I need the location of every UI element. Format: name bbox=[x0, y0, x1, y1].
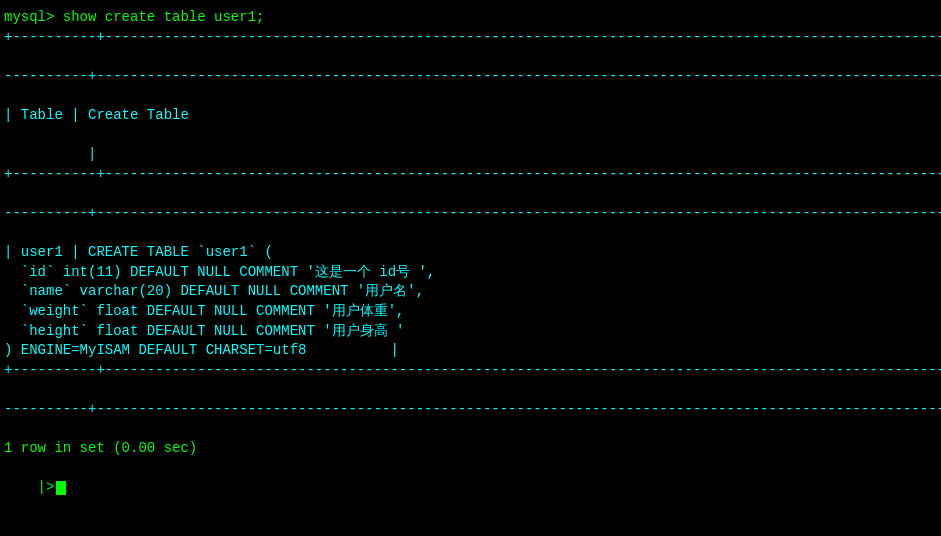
mysql-prompt: mysql> bbox=[4, 9, 63, 25]
command-text: show create table user1; bbox=[63, 9, 265, 25]
data-row-4: `weight` float DEFAULT NULL COMMENT '用户体… bbox=[4, 302, 937, 322]
terminal-window: mysql> show create table user1; +-------… bbox=[0, 0, 941, 536]
divider-6: ----------+-----------------------------… bbox=[4, 400, 937, 420]
divider-4: ----------+-----------------------------… bbox=[4, 204, 937, 224]
data-row-6: ) ENGINE=MyISAM DEFAULT CHARSET=utf8 | bbox=[4, 341, 937, 361]
empty-1 bbox=[4, 47, 937, 67]
header-row: | Table | Create Table bbox=[4, 106, 937, 126]
data-row-3: `name` varchar(20) DEFAULT NULL COMMENT … bbox=[4, 282, 937, 302]
empty-2 bbox=[4, 86, 937, 106]
empty-8 bbox=[4, 459, 937, 479]
next-prompt-line[interactable]: |> bbox=[4, 478, 937, 498]
next-prompt-text: |> bbox=[4, 479, 54, 495]
cursor-block bbox=[56, 481, 66, 495]
divider-2: ----------+-----------------------------… bbox=[4, 67, 937, 87]
empty-7 bbox=[4, 419, 937, 439]
header-cursor: | bbox=[4, 145, 937, 165]
empty-6 bbox=[4, 380, 937, 400]
data-row-1: | user1 | CREATE TABLE `user1` ( bbox=[4, 243, 937, 263]
empty-5 bbox=[4, 224, 937, 244]
divider-1: +----------+----------------------------… bbox=[4, 28, 937, 48]
result-text: 1 row in set (0.00 sec) bbox=[4, 440, 197, 456]
data-row-5: `height` float DEFAULT NULL COMMENT '用户身… bbox=[4, 322, 937, 342]
result-line: 1 row in set (0.00 sec) bbox=[4, 439, 937, 459]
empty-4 bbox=[4, 184, 937, 204]
empty-3 bbox=[4, 126, 937, 146]
command-line: mysql> show create table user1; bbox=[4, 8, 937, 28]
data-row-2: `id` int(11) DEFAULT NULL COMMENT '这是一个 … bbox=[4, 263, 937, 283]
divider-3: +----------+----------------------------… bbox=[4, 165, 937, 185]
divider-5: +----------+----------------------------… bbox=[4, 361, 937, 381]
